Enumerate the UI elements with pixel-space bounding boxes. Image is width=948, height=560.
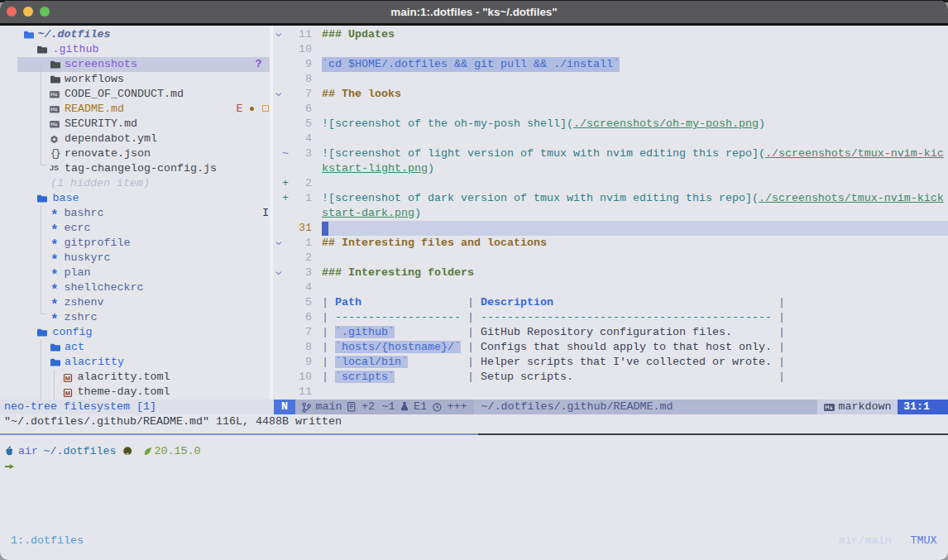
svg-text:M: M	[65, 374, 70, 381]
svg-text:M: M	[65, 389, 70, 396]
